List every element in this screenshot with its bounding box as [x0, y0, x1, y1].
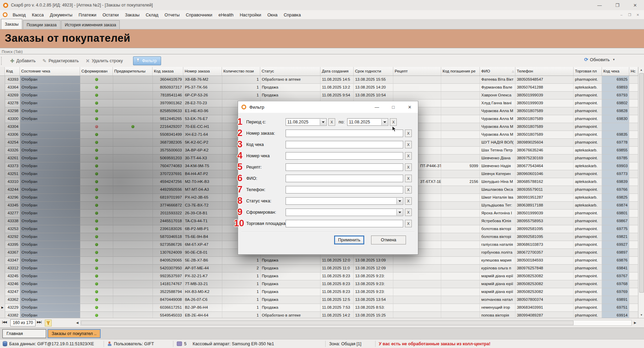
clear-field-button[interactable]: X [405, 141, 412, 148]
table-row[interactable]: 43393Отобран3604410579X8-6B-76-M21Обрабо… [0, 76, 638, 84]
menu-item[interactable]: Настройки [237, 11, 264, 19]
column-header-fio[interactable]: ФИО△ [480, 67, 515, 76]
restore-button[interactable]: ❐ [608, 0, 626, 10]
menu-item[interactable]: Склад [143, 11, 161, 19]
column-header-rc[interactable]: Рецепт [393, 67, 441, 76]
dropdown-arrow-icon[interactable] [381, 119, 387, 125]
filter-button[interactable]: Фильтр [133, 56, 161, 65]
clear-field-button[interactable]: X [405, 152, 412, 160]
dialog-minimize-button[interactable]: — [369, 101, 385, 113]
clear-field-button[interactable]: X [405, 163, 412, 171]
tab-История изменения заказа[interactable]: История изменения заказа [61, 20, 120, 29]
scroll-up-icon[interactable]: ▲ [639, 67, 644, 73]
filter-dialog-titlebar[interactable]: Фильтр — □ ✕ [238, 101, 418, 113]
menu-item[interactable]: Платежи [76, 11, 100, 19]
menu-item[interactable]: Остатки [100, 11, 122, 19]
menu-item[interactable]: Документы [47, 11, 76, 19]
tab-Заказы[interactable]: Заказы [1, 19, 22, 29]
text-input[interactable] [286, 220, 403, 227]
add-button[interactable]: ✚ Добавить [10, 58, 36, 63]
text-input[interactable] [286, 130, 403, 137]
window-tab[interactable]: Главная [2, 329, 46, 338]
table-row[interactable]: 43364Отобран8050937317P5-37-TK-561Продаж… [0, 84, 638, 92]
column-header-state[interactable]: Состояние чека [20, 67, 80, 76]
column-header-kod[interactable]: Код [5, 67, 20, 76]
menu-item[interactable]: Справка [280, 11, 304, 19]
column-header-pv[interactable]: Предварительны [113, 67, 153, 76]
text-input[interactable] [286, 152, 403, 160]
table-row[interactable]: ▶43229Отобран6036617251B2-3P-86-H41Прода… [0, 304, 638, 312]
table-row[interactable]: 43269Отобран78185411466P-CP-53-261Продаж… [0, 92, 638, 99]
clear-field-button[interactable]: X [328, 118, 335, 126]
last-page-button[interactable]: ▶▶| [37, 320, 41, 324]
cancel-button[interactable]: Отмена [371, 236, 406, 244]
column-header-ck[interactable]: Код чека [602, 67, 629, 76]
dialog-maximize-button[interactable]: □ [385, 101, 402, 113]
dropdown-arrow-icon[interactable] [320, 119, 326, 125]
clear-field-button[interactable]: X [405, 186, 412, 193]
clear-field-button[interactable]: X [405, 197, 412, 205]
search-input[interactable] [0, 49, 644, 55]
vertical-scrollbar[interactable]: ▲ ▼ [638, 67, 644, 318]
menu-item[interactable]: Окна [264, 11, 281, 19]
horizontal-scrollbar[interactable] [80, 320, 632, 326]
column-header-nc[interactable]: Нс [629, 67, 638, 76]
column-header-kz[interactable]: Код заказа [153, 67, 183, 76]
first-page-button[interactable]: |◀◀ [2, 320, 6, 324]
date-input[interactable]: 11.08.2025 [286, 118, 327, 126]
column-header-qty[interactable]: Количество пози [222, 67, 260, 76]
apply-button[interactable]: Применить [334, 236, 364, 244]
dropdown-arrow-icon[interactable] [396, 198, 403, 204]
menu-item[interactable]: Заказы [122, 11, 143, 19]
clear-field-button[interactable]: X [390, 118, 397, 126]
column-header-nz[interactable]: Номер заказа [183, 67, 222, 76]
clear-field-button[interactable]: X [405, 130, 412, 137]
column-header-sf[interactable]: Сформирован [80, 67, 113, 76]
table-row[interactable]: 43362Отобран84704490088A-26-07-C61Продаж… [0, 296, 638, 304]
clear-field-button[interactable]: X [405, 175, 412, 182]
column-header-st[interactable]: Статус [260, 67, 320, 76]
text-input[interactable] [286, 141, 403, 148]
table-row[interactable]: 43245Отобран9923537597PX-32-21-K71Продаж… [0, 272, 638, 280]
table-row[interactable]: 43247Отобран3522588794HX-B3-M0-K21Продаж… [0, 288, 638, 296]
text-input[interactable] [286, 186, 403, 193]
text-input[interactable] [286, 163, 403, 171]
column-header-d2[interactable]: Срок годности [354, 67, 393, 76]
edit-button[interactable]: ✎ Редактировать [42, 58, 79, 63]
combo-input[interactable] [286, 209, 403, 216]
refresh-button[interactable]: ⟳ Обновить ▼ [584, 57, 615, 62]
menu-item[interactable]: Выход [10, 11, 29, 19]
date-input[interactable]: 11.08.2025 [347, 118, 388, 126]
delete-row-button[interactable]: ✕ Удалить строку [86, 58, 123, 63]
dropdown-arrow-icon[interactable] [396, 209, 403, 215]
column-header-d1[interactable]: Дата создания [320, 67, 354, 76]
column-header-tel[interactable]: Телефон [515, 67, 574, 76]
horizontal-scrollbar-thumb[interactable] [81, 321, 574, 325]
scroll-left-icon[interactable]: ◀ [75, 320, 80, 326]
chevron-down-icon[interactable]: ▼ [613, 58, 615, 61]
menu-item[interactable]: Справочники [183, 11, 215, 19]
pager-filter-button[interactable] [45, 320, 52, 326]
table-row[interactable]: 43246Отобран14181747677T-MB-33-211Продаж… [0, 280, 638, 288]
column-header-pg[interactable]: Код погашения ре [441, 67, 480, 76]
text-input[interactable] [286, 175, 403, 182]
menu-item[interactable]: Отчеты [161, 11, 183, 19]
scroll-right-icon[interactable]: ▶ [632, 320, 638, 326]
close-button[interactable]: ✕ [626, 0, 644, 10]
vertical-scrollbar-thumb[interactable] [639, 73, 644, 293]
menu-item[interactable]: Касса [29, 11, 47, 19]
column-header-tp[interactable]: Торговая пл [574, 67, 602, 76]
table-row[interactable]: 43382Отобран5549545033EB-2E-4H-641Обрабо… [0, 312, 638, 318]
scroll-down-icon[interactable]: ▼ [639, 312, 644, 318]
mdi-minimize-icon[interactable]: – [617, 13, 626, 17]
combo-input[interactable] [286, 197, 403, 205]
window-tab[interactable]: Заказы от покупател .. [48, 329, 101, 338]
menu-item[interactable]: eHealth [215, 11, 237, 19]
mdi-close-icon[interactable]: ✕ [634, 13, 642, 17]
table-row[interactable]: 43312Отобран5420307950AP-9T-ME-442Продаж… [0, 265, 638, 272]
mdi-restore-icon[interactable]: ❐ [626, 13, 634, 17]
minimize-button[interactable]: — [591, 0, 608, 10]
clear-field-button[interactable]: X [405, 220, 412, 227]
clear-field-button[interactable]: X [405, 209, 412, 216]
dialog-close-button[interactable]: ✕ [402, 101, 418, 113]
